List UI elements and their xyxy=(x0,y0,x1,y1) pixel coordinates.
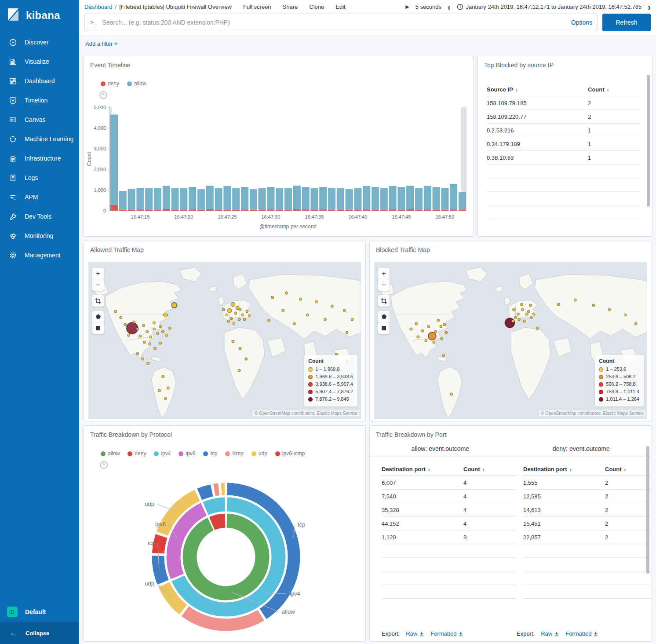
deny-outcome-header: deny: event.outcome xyxy=(511,445,652,452)
breadcrumb-row: Dashboard / [Filebeat Iptables] Ubiquiti… xyxy=(84,0,651,14)
refresh-button[interactable]: Refresh xyxy=(602,14,651,31)
column-count[interactable]: Count▲▼ xyxy=(588,86,641,93)
sidebar-item-dev-tools[interactable]: Dev Tools xyxy=(0,207,79,226)
play-icon[interactable]: ▶ xyxy=(405,4,409,10)
table-row: 7,5404 xyxy=(382,490,516,503)
panel-blocked-map: Blocked Traffic Map + − xyxy=(369,241,652,421)
timeline-chart[interactable]: 01,0002,0003,0004,0005,00016:47:1516:47:… xyxy=(84,100,474,232)
sidebar-item-visualize[interactable]: Visualize xyxy=(0,52,79,71)
empty-table-row xyxy=(382,558,516,571)
empty-table-row xyxy=(382,571,516,585)
download-icon xyxy=(554,631,559,637)
map-zoom-out-button[interactable]: − xyxy=(378,279,390,291)
sidebar-item-logs[interactable]: Logs xyxy=(0,168,79,187)
allow-ports-table: Destination port▲▼ Count▲▼ 6,00747,54043… xyxy=(382,463,516,599)
collapse-arrow-icon: ← xyxy=(10,629,17,637)
sidebar-item-label: Dashboard xyxy=(25,77,55,84)
map-polygon-filter-button[interactable] xyxy=(92,311,104,322)
sort-icon: ▲▼ xyxy=(482,468,485,472)
table-row: 1,5552 xyxy=(523,476,652,490)
visualize-icon xyxy=(8,57,17,66)
space-switcher[interactable]: D Default xyxy=(0,602,79,622)
search-box[interactable]: >_ Options xyxy=(84,14,598,31)
export-formatted-link[interactable]: Formatted xyxy=(565,630,598,637)
space-label: Default xyxy=(25,608,46,615)
table-row: 158.109.220.772 xyxy=(487,110,641,124)
download-icon xyxy=(419,631,424,637)
sidebar-item-label: Monitoring xyxy=(25,232,53,239)
map-rectangle-filter-button[interactable] xyxy=(92,322,104,334)
time-back-icon[interactable]: ‹ xyxy=(448,5,451,9)
sidebar-item-dashboard[interactable]: Dashboard xyxy=(0,71,79,91)
column-count[interactable]: Count▲▼ xyxy=(463,466,516,472)
blocked-traffic-map[interactable]: + − Count xyxy=(374,262,647,419)
menu-edit[interactable]: Edit xyxy=(335,4,345,10)
sidebar-item-infrastructure[interactable]: Infrastructure xyxy=(0,149,79,168)
sidebar-item-monitoring[interactable]: Monitoring xyxy=(0,226,79,245)
svg-text:16:47:40: 16:47:40 xyxy=(348,214,367,220)
svg-text:16:47:20: 16:47:20 xyxy=(174,214,193,220)
allow-outcome-header: allow: event.outcome xyxy=(370,445,511,452)
allowed-traffic-map[interactable]: + − Count xyxy=(88,262,361,419)
sidebar-item-discover[interactable]: Discover xyxy=(0,33,79,52)
sidebar-item-management[interactable]: Management xyxy=(0,245,79,265)
panel-title: Top Blocked by source IP xyxy=(478,56,652,69)
column-destination-port[interactable]: Destination port▲▼ xyxy=(382,466,463,472)
search-input[interactable] xyxy=(102,19,567,26)
empty-table-row xyxy=(487,178,641,192)
clock-icon xyxy=(457,4,463,10)
search-row: >_ Options Refresh xyxy=(84,14,651,31)
sidebar-collapse-button[interactable]: ← Collapse xyxy=(0,622,79,644)
column-destination-port[interactable]: Destination port▲▼ xyxy=(523,466,605,472)
map-rectangle-filter-button[interactable] xyxy=(378,322,390,334)
map-zoom-out-button[interactable]: − xyxy=(92,279,104,291)
sort-icon: ▲▼ xyxy=(428,468,430,472)
svg-text:4,000: 4,000 xyxy=(94,125,106,131)
column-source-ip[interactable]: Source IP▲▼ xyxy=(487,86,588,93)
time-forward-icon[interactable]: › xyxy=(648,5,651,9)
time-range-picker[interactable]: January 24th 2019, 16:47:12.171 to Janua… xyxy=(457,4,642,10)
map-legend-title: Count xyxy=(599,358,639,364)
add-filter-link[interactable]: Add a filter + xyxy=(85,40,117,47)
scrollbar[interactable] xyxy=(647,75,650,207)
sidebar-bottom: D Default ← Collapse xyxy=(0,602,79,644)
logs-icon xyxy=(8,173,17,182)
empty-table-row xyxy=(382,585,516,599)
sidebar-item-label: Discover xyxy=(25,39,48,46)
scrollbar[interactable] xyxy=(646,446,649,574)
legend-item-deny[interactable]: deny xyxy=(101,80,119,87)
legend-collapse-icon[interactable]: ^ xyxy=(99,91,107,99)
map-fit-bounds-button[interactable] xyxy=(92,295,104,307)
panel-title: Event Timeline xyxy=(84,56,474,69)
map-legend: Count 1 – 1,969.81,969.8 – 3,938.63,938.… xyxy=(304,355,357,406)
map-legend-row: 1,969.8 – 3,938.6 xyxy=(308,373,353,381)
options-link[interactable]: Options xyxy=(571,19,592,26)
panel-port-breakdown: Traffic Breakdown by Port allow: event.o… xyxy=(369,425,652,642)
export-raw-link[interactable]: Raw xyxy=(541,630,559,637)
legend-item-allow[interactable]: allow xyxy=(127,80,146,87)
sidebar-item-timelion[interactable]: Timelion xyxy=(0,91,79,110)
menu-share[interactable]: Share xyxy=(283,4,298,10)
panel-protocol-breakdown: Traffic Breakdown by Protocol allowdenyi… xyxy=(84,425,366,642)
sidebar-item-apm[interactable]: APM xyxy=(0,187,79,207)
export-formatted-link[interactable]: Formatted xyxy=(430,630,463,637)
column-count[interactable]: Count▲▼ xyxy=(605,466,652,472)
table-row: 6,0074 xyxy=(382,476,516,490)
kibana-logo[interactable]: kibana xyxy=(0,0,79,31)
protocol-donut-chart[interactable]: udpipv6tcpudptcpipv4allow xyxy=(84,426,366,642)
breadcrumb-dashboard-link[interactable]: Dashboard xyxy=(84,4,113,10)
table-row: 15,4512 xyxy=(523,517,652,531)
refresh-interval[interactable]: 5 seconds xyxy=(415,4,441,10)
menu-clone[interactable]: Clone xyxy=(309,4,324,10)
map-polygon-filter-button[interactable] xyxy=(378,311,390,322)
map-fit-bounds-button[interactable] xyxy=(378,295,390,307)
map-zoom-in-button[interactable]: + xyxy=(92,268,104,279)
main-content: Dashboard / [Filebeat Iptables] Ubiquiti… xyxy=(79,0,656,644)
space-badge: D xyxy=(7,607,18,617)
sidebar-item-machine-learning[interactable]: Machine Learning xyxy=(0,129,79,149)
sidebar-item-canvas[interactable]: Canvas xyxy=(0,110,79,129)
export-raw-link[interactable]: Raw xyxy=(406,630,424,637)
map-zoom-in-button[interactable]: + xyxy=(378,268,390,279)
menu-full-screen[interactable]: Full screen xyxy=(243,4,271,10)
apm-icon xyxy=(8,193,17,201)
